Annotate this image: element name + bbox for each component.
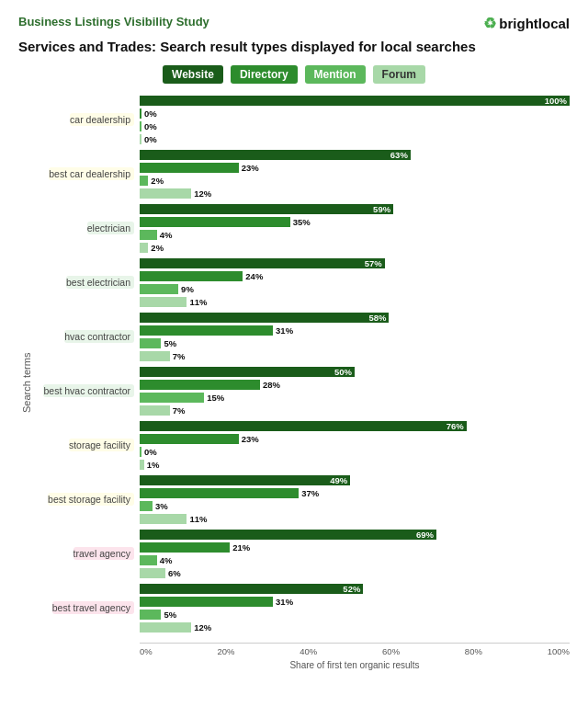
bar-value-label-inside: 52% — [343, 584, 360, 594]
bar-row: 100% — [140, 95, 570, 107]
bars-col: 58%31%5%7% — [140, 312, 570, 362]
bar-value-label: 4% — [160, 230, 173, 240]
bar-forum — [140, 243, 148, 253]
bar-mention — [140, 447, 141, 457]
bar-website: 49% — [140, 475, 350, 485]
bar-row: 59% — [140, 203, 570, 215]
group-best-car-dealership: best car dealership63%23%2%12% — [39, 149, 570, 199]
x-tick: 80% — [465, 646, 482, 656]
brand-right: ♻ brightlocal — [483, 15, 570, 32]
bars-col: 59%35%4%2% — [140, 203, 570, 254]
bar-mention — [140, 176, 148, 186]
group-label-col: best travel agency — [39, 583, 140, 633]
bar-value-label: 4% — [160, 555, 173, 565]
brand-name: brightlocal — [499, 16, 570, 31]
x-tick: 20% — [218, 646, 235, 656]
bar-value-label: 5% — [164, 338, 176, 348]
group-car-dealership: car dealership100%0%0%0% — [39, 95, 570, 145]
bar-website: 76% — [140, 421, 467, 431]
group-label-col: best car dealership — [39, 149, 140, 199]
bar-value-label: 3% — [155, 501, 168, 511]
bar-value-label: 28% — [263, 380, 280, 390]
x-tick: 60% — [382, 646, 400, 656]
bar-row: 9% — [140, 283, 570, 295]
bar-value-label: 23% — [242, 434, 259, 444]
bars-col: 49%37%3%11% — [140, 474, 570, 525]
bar-row: 37% — [140, 487, 570, 499]
bar-value-label: 31% — [276, 325, 293, 336]
bar-row: 58% — [140, 312, 570, 324]
bars-col: 63%23%2%12% — [140, 149, 570, 199]
bar-row: 0% — [140, 108, 570, 120]
group-label-col: travel agency — [39, 529, 140, 579]
group-storage-facility: storage facility76%23%0%1% — [39, 420, 570, 471]
group-label-col: best hvac contractor — [39, 366, 140, 416]
brand-leaf-icon: ♻ — [483, 15, 496, 32]
term-label: best car dealership — [49, 167, 134, 180]
bar-row: 11% — [140, 513, 570, 525]
bar-value-label: 11% — [189, 514, 207, 524]
bar-value-label-inside: 58% — [368, 313, 386, 323]
bar-forum — [140, 622, 191, 633]
bar-row: 52% — [140, 583, 570, 595]
bar-row: 1% — [140, 459, 570, 471]
brand-left: Business Listings Visibility Study — [18, 15, 209, 28]
y-axis-label: Search terms — [18, 95, 35, 670]
bar-value-label: 31% — [276, 597, 293, 607]
bars-col: 52%31%5%12% — [140, 583, 570, 633]
bars-col: 69%21%4%6% — [140, 529, 570, 579]
bar-directory — [140, 108, 141, 119]
bars-col: 76%23%0%1% — [140, 420, 570, 471]
bar-mention — [140, 393, 204, 403]
bar-row: 76% — [140, 420, 570, 432]
bar-mention — [140, 610, 161, 620]
bar-value-label: 0% — [144, 134, 157, 144]
bar-value-label-inside: 100% — [545, 96, 567, 106]
bar-value-label: 0% — [144, 108, 157, 119]
legend-item-mention: Mention — [305, 65, 366, 84]
bar-row: 3% — [140, 500, 570, 512]
bar-value-label: 2% — [151, 243, 164, 253]
bar-value-label-inside: 49% — [330, 475, 347, 485]
bar-directory — [140, 380, 260, 390]
group-travel-agency: travel agency69%21%4%6% — [39, 529, 570, 579]
term-label: best hvac contractor — [43, 384, 134, 397]
bar-website: 59% — [140, 204, 393, 214]
bar-row: 23% — [140, 433, 570, 445]
bar-directory — [140, 597, 273, 607]
bar-row: 11% — [140, 296, 570, 308]
chart-title: Services and Trades: Search result types… — [18, 38, 570, 56]
bar-value-label: 15% — [207, 393, 224, 403]
bar-website: 63% — [140, 150, 411, 160]
bar-row: 2% — [140, 175, 570, 187]
legend-item-website: Website — [163, 65, 223, 84]
bar-value-label-inside: 69% — [416, 530, 434, 540]
bar-website: 52% — [140, 584, 363, 594]
term-label: travel agency — [74, 547, 134, 560]
bar-value-label: 1% — [147, 460, 160, 470]
bar-value-label-inside: 59% — [373, 204, 390, 214]
bar-forum — [140, 405, 170, 416]
bars-col: 100%0%0%0% — [140, 95, 570, 145]
legend: WebsiteDirectoryMentionForum — [18, 65, 570, 84]
bar-value-label: 12% — [194, 622, 211, 633]
bars-col: 57%24%9%11% — [140, 257, 570, 308]
group-label-col: electrician — [39, 203, 140, 254]
bar-mention — [140, 121, 141, 131]
group-electrician: electrician59%35%4%2% — [39, 203, 570, 254]
bar-mention — [140, 230, 157, 240]
group-best-hvac-contractor: best hvac contractor50%28%15%7% — [39, 366, 570, 416]
bar-row: 12% — [140, 621, 570, 633]
bar-website: 58% — [140, 313, 389, 323]
group-label-col: hvac contractor — [39, 312, 140, 362]
bar-value-label: 23% — [242, 163, 259, 173]
bar-row: 24% — [140, 270, 570, 282]
bar-row: 21% — [140, 541, 570, 553]
bar-mention — [140, 555, 157, 565]
bar-value-label: 0% — [144, 121, 157, 131]
bar-website: 100% — [140, 96, 570, 106]
bar-forum — [140, 297, 187, 307]
x-tick: 0% — [140, 646, 153, 656]
term-label: electrician — [87, 222, 134, 234]
term-label: best storage facility — [48, 493, 134, 506]
